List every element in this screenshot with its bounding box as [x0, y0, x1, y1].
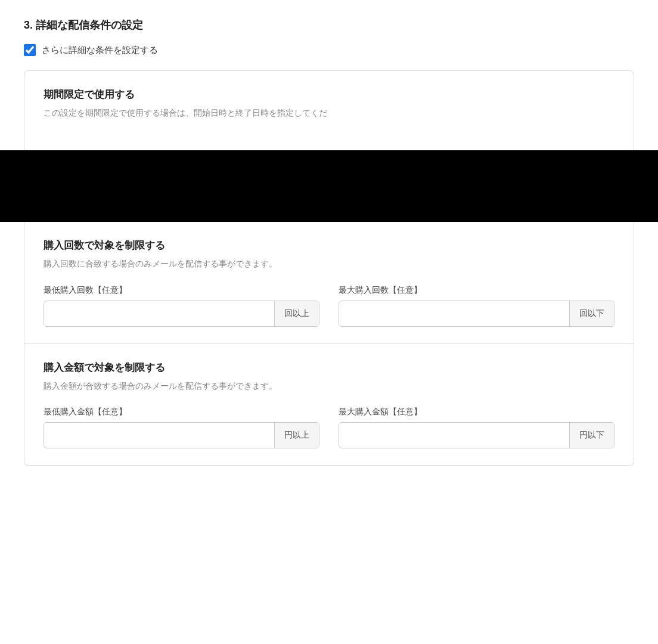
min-purchase-count-suffix: 回以上 [274, 301, 319, 326]
min-purchase-amount-input[interactable] [44, 423, 274, 448]
min-purchase-amount-input-wrapper: 円以上 [44, 422, 319, 448]
min-purchase-amount-label: 最低購入金額【任意】 [44, 407, 319, 417]
purchase-count-card: 購入回数で対象を制限する 購入回数に合致する場合のみメールを配信する事ができます… [24, 222, 634, 343]
min-purchase-amount-suffix: 円以上 [274, 423, 319, 448]
purchase-amount-description: 購入金額が合致する場合のみメールを配信する事ができます。 [44, 379, 614, 392]
max-purchase-amount-label: 最大購入金額【任意】 [339, 407, 614, 417]
max-purchase-count-group: 最大購入回数【任意】 回以下 [339, 285, 614, 327]
min-purchase-count-group: 最低購入回数【任意】 回以上 [44, 285, 319, 327]
max-purchase-amount-group: 最大購入金額【任意】 円以下 [339, 407, 614, 448]
section-title: 3. 詳細な配信条件の設定 [24, 18, 634, 32]
checkbox-row: さらに詳細な条件を設定する [24, 44, 634, 56]
max-purchase-amount-input[interactable] [339, 423, 569, 448]
min-purchase-count-input-wrapper: 回以上 [44, 301, 319, 327]
purchase-count-title: 購入回数で対象を制限する [44, 239, 614, 252]
min-purchase-count-label: 最低購入回数【任意】 [44, 285, 319, 296]
limited-period-title: 期間限定で使用する [44, 88, 614, 101]
max-purchase-count-input-wrapper: 回以下 [339, 301, 614, 327]
max-purchase-count-input[interactable] [339, 301, 569, 326]
max-purchase-amount-input-wrapper: 円以下 [339, 422, 614, 448]
purchase-count-fields: 最低購入回数【任意】 回以上 最大購入回数【任意】 回以下 [44, 285, 614, 327]
max-purchase-count-label: 最大購入回数【任意】 [339, 285, 614, 296]
purchase-amount-fields: 最低購入金額【任意】 円以上 最大購入金額【任意】 円以下 [44, 407, 614, 448]
limited-period-card: 期間限定で使用する この設定を期間限定で使用する場合は、開始日時と終了日時を指定… [24, 70, 634, 150]
min-purchase-amount-group: 最低購入金額【任意】 円以上 [44, 407, 319, 448]
max-purchase-count-suffix: 回以下 [569, 301, 614, 326]
detail-condition-checkbox[interactable] [24, 44, 36, 56]
max-purchase-amount-suffix: 円以下 [569, 423, 614, 448]
redacted-area [0, 150, 658, 222]
limited-period-description: この設定を期間限定で使用する場合は、開始日時と終了日時を指定してくだ [44, 106, 614, 119]
purchase-amount-title: 購入金額で対象を制限する [44, 361, 614, 374]
purchase-amount-card: 購入金額で対象を制限する 購入金額が合致する場合のみメールを配信する事ができます… [24, 344, 634, 466]
checkbox-label[interactable]: さらに詳細な条件を設定する [42, 45, 158, 56]
purchase-count-description: 購入回数に合致する場合のみメールを配信する事ができます。 [44, 257, 614, 270]
min-purchase-count-input[interactable] [44, 301, 274, 326]
